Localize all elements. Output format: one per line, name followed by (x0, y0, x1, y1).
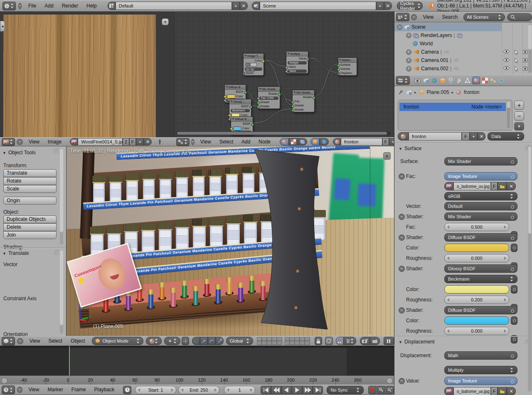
input-socket[interactable] (230, 127, 233, 130)
fake-user-button[interactable]: F (462, 132, 470, 141)
scene-context-tab[interactable] (422, 77, 429, 84)
menu-add[interactable]: Add (40, 2, 57, 10)
jump-to-end-button[interactable] (313, 386, 323, 394)
input-socket[interactable] (257, 101, 260, 104)
scale-button[interactable]: Scale (3, 185, 57, 193)
translate-tool-button[interactable] (200, 337, 208, 345)
restrict-render-icon[interactable] (523, 66, 529, 71)
outliner-item-renderlayers[interactable]: +RenderLayers| (394, 31, 532, 40)
texture-context-tab[interactable] (481, 77, 488, 84)
opengl-animation-button[interactable] (370, 337, 380, 345)
image-menu-image[interactable]: Image (44, 138, 66, 146)
next-keyframe-button[interactable] (302, 386, 313, 394)
math-menu[interactable]: Math (444, 351, 517, 360)
restrict-view-icon[interactable] (503, 49, 510, 54)
v-scrollbar-track[interactable] (60, 149, 63, 244)
socket-button[interactable] (511, 316, 517, 325)
scene-icon-button[interactable] (252, 2, 260, 10)
open-image-button[interactable] (498, 387, 507, 395)
socket-button[interactable] (511, 285, 517, 294)
input-socket[interactable] (257, 106, 260, 109)
disconnect-icon[interactable]: − (399, 266, 405, 272)
color-swatch[interactable] (444, 285, 509, 294)
current-frame-field[interactable]: 1 (224, 386, 256, 394)
slider-left-arrow[interactable] (447, 298, 449, 301)
unlink-material-button[interactable]: ✕ (478, 132, 485, 141)
expand-icon[interactable]: + (406, 58, 411, 63)
outliner-menu-search[interactable]: Search (438, 13, 462, 22)
color-swatch[interactable] (444, 316, 509, 325)
remove-slot-button[interactable]: − (514, 111, 524, 121)
scale-tool-button[interactable] (216, 337, 224, 345)
manipulator-toggle[interactable] (182, 337, 190, 345)
slot-specials-button[interactable]: ▼ (514, 122, 524, 131)
modifiers-context-tab[interactable] (456, 77, 463, 84)
disconnect-icon[interactable]: − (399, 235, 405, 241)
browse-material-button[interactable] (398, 132, 409, 141)
current-frame-line[interactable] (69, 346, 70, 375)
default-menu[interactable]: Default (444, 202, 517, 210)
region-expand-tab[interactable]: ◂ (0, 21, 5, 32)
slider-left-arrow[interactable] (447, 225, 449, 229)
snap-toggle-button[interactable] (336, 337, 344, 345)
pause-render-button[interactable] (384, 337, 394, 345)
fake-user-button[interactable]: F (491, 387, 498, 395)
transform-orientation-select[interactable]: Global (226, 337, 253, 345)
collapse-menus-toggle[interactable]: − (191, 139, 195, 145)
node-math[interactable]: MultiplyValueMultiplyValueValue (286, 51, 308, 74)
scrollbar-left-cap[interactable] (1, 378, 7, 384)
lock-to-scene-button[interactable] (315, 337, 323, 345)
frame-start-field[interactable]: Start: 1 (135, 386, 176, 394)
delete-button[interactable]: Delete (3, 223, 57, 231)
fake-user-button[interactable]: F (491, 182, 498, 190)
restrict-view-icon[interactable] (503, 66, 510, 70)
panel-drag-widget[interactable] (54, 148, 59, 154)
slider-fac[interactable]: 0.500 (444, 223, 509, 231)
output-socket[interactable] (306, 58, 309, 61)
proportional-edit-button[interactable] (325, 337, 333, 345)
outliner-item-scene[interactable]: −Scene (394, 23, 532, 31)
slider-left-arrow[interactable] (447, 329, 449, 333)
disconnect-icon[interactable]: − (399, 378, 405, 384)
node-mix1[interactable]: Mix Shade...ShaderFac: 0.500ShaderShader (258, 86, 280, 109)
object-tools-panel-header[interactable]: ▼Object Tools (2, 150, 36, 156)
material-name-field[interactable]: fronton (409, 132, 462, 141)
v-scrollbar-track[interactable] (528, 146, 532, 392)
scopes-region-expand-button[interactable]: + (162, 18, 169, 25)
editor-type-selector[interactable] (2, 138, 15, 146)
scene-name-field[interactable]: Scene (260, 2, 376, 10)
prev-keyframe-button[interactable] (271, 386, 281, 394)
h-scrollbar-track[interactable] (176, 131, 391, 135)
v-scrollbar-thumb[interactable] (528, 146, 531, 234)
fake-user-button[interactable]: F (382, 138, 389, 146)
viewport-menu-select[interactable]: Select (44, 337, 66, 346)
input-socket[interactable] (224, 99, 227, 102)
compositing-nodes-toggle[interactable] (298, 138, 307, 146)
input-socket[interactable] (228, 114, 231, 117)
socket-button[interactable] (511, 244, 517, 252)
browse-image-button[interactable] (444, 182, 453, 190)
panel-drag-widget[interactable] (54, 249, 60, 255)
input-socket[interactable] (291, 101, 294, 104)
collapse-menus-toggle[interactable]: − (17, 338, 23, 344)
collapse-menus-toggle[interactable]: − (18, 3, 22, 9)
outliner-item-camera-001[interactable]: +Camera.001| (394, 56, 532, 64)
physics-context-tab[interactable] (498, 77, 505, 84)
rotate-button[interactable]: Rotate (3, 177, 57, 185)
outliner-search-input[interactable] (507, 13, 532, 21)
node-widget-beckmann[interactable]: Beckmann (231, 109, 250, 112)
render-context-tab[interactable] (414, 77, 421, 84)
expand-icon[interactable]: + (406, 33, 411, 38)
pin-icon[interactable] (398, 89, 404, 95)
disconnect-icon[interactable]: − (399, 173, 405, 180)
delete-layout-button[interactable]: ✕ (240, 2, 248, 10)
origin-button[interactable]: Origin (3, 197, 57, 205)
expand-icon[interactable]: + (406, 66, 411, 72)
timeline-menu-playback[interactable]: Playback (90, 385, 118, 394)
restrict-render-icon[interactable] (523, 58, 529, 62)
image-texture-menu[interactable]: Image Texture (444, 172, 517, 180)
add-scene-button[interactable]: + (376, 2, 384, 10)
viewport-shading-select[interactable] (146, 337, 162, 345)
unlink-image-button[interactable]: ✕ (507, 182, 516, 190)
diffuse-bsdf-menu[interactable]: Diffuse BSDF (444, 306, 517, 314)
